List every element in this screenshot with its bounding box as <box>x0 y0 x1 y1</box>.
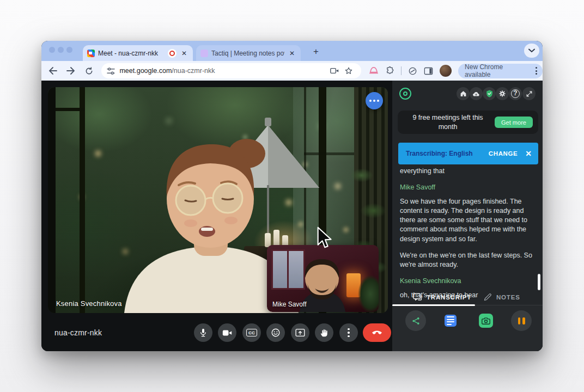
cloud-upload-icon <box>472 91 480 97</box>
raise-hand-icon <box>320 328 328 338</box>
tab-title: Tactiq | Meeting notes powe <box>211 50 284 57</box>
smile-icon <box>271 328 281 338</box>
reload-button[interactable] <box>82 64 96 78</box>
reload-icon <box>85 67 93 75</box>
url-text: meet.google.com/nua-czmr-nkk <box>119 67 327 75</box>
sidebar-action-bar <box>392 306 543 351</box>
privacy-shield-button[interactable] <box>483 87 496 100</box>
new-tab-button[interactable]: + <box>309 45 323 58</box>
home-button[interactable] <box>457 87 470 100</box>
kebab-menu-icon[interactable] <box>533 67 539 75</box>
profile-avatar[interactable] <box>440 65 452 77</box>
microphone-icon <box>199 328 208 338</box>
sidebar-tabs: TRANSCRIPT NOTES <box>392 289 543 305</box>
update-chrome-button[interactable]: New Chrome available <box>458 64 543 78</box>
google-docs-button[interactable] <box>445 315 457 327</box>
extensions-row <box>369 65 452 77</box>
extensions-puzzle-icon[interactable] <box>385 66 394 76</box>
tab-tactiq[interactable]: Tactiq | Meeting notes powe ✕ <box>196 45 301 61</box>
camera-icon <box>330 68 339 74</box>
tactiq-icon <box>200 50 208 57</box>
home-icon <box>460 90 467 97</box>
lens-icon[interactable] <box>408 66 417 76</box>
pause-recording-button[interactable] <box>511 310 532 331</box>
tactiq-extension-icon[interactable] <box>369 66 379 75</box>
present-icon <box>295 328 305 337</box>
sidebar-scrollbar-thumb[interactable] <box>538 274 540 290</box>
transcript-text: We're on the we're on the last few steps… <box>400 251 536 270</box>
transcript-panel[interactable]: everything that Mike Savoff So we have t… <box>400 167 536 307</box>
settings-gear-icon <box>498 90 506 97</box>
videocam-icon <box>222 329 232 336</box>
meet-main-region: Ksenia Svechnikova Mike Savoff <box>41 81 392 351</box>
browser-window: Meet - nua-czmr-nkk ✕ Tactiq | Meeting n… <box>41 41 543 351</box>
tab-title: Meet - nua-czmr-nkk <box>98 50 165 57</box>
quota-card: 9 free meetings left this month Get more <box>398 111 538 134</box>
transcript-speaker: Mike Savoff <box>400 183 536 192</box>
present-screen-button[interactable] <box>291 323 309 342</box>
google-meet-icon <box>87 50 95 57</box>
side-panel-icon[interactable] <box>424 67 433 75</box>
reactions-button[interactable] <box>266 323 285 342</box>
meet-app: Ksenia Svechnikova Mike Savoff <box>41 81 543 351</box>
transcript-chat-icon <box>413 293 422 301</box>
tactiq-sidebar: ? 9 free meetings left this month Get mo… <box>392 81 543 351</box>
tab-notes[interactable]: NOTES <box>484 289 520 305</box>
toolbar-separator <box>401 66 402 75</box>
banner-close-icon[interactable]: ✕ <box>525 149 532 158</box>
bookmark-button[interactable] <box>342 64 356 78</box>
floating-chat-dots-icon[interactable] <box>366 92 383 109</box>
tab-notes-label: NOTES <box>496 294 520 301</box>
mouse-cursor <box>317 226 334 252</box>
forward-button[interactable] <box>64 64 77 78</box>
transcript-text: everything that <box>400 167 536 176</box>
microphone-button[interactable] <box>194 323 212 342</box>
help-button[interactable]: ? <box>509 87 522 100</box>
tab-close-icon[interactable]: ✕ <box>288 50 296 57</box>
recording-indicator-icon <box>168 49 177 58</box>
star-icon <box>344 66 353 75</box>
main-video-tile[interactable]: Ksenia Svechnikova Mike Savoff <box>48 87 388 313</box>
screenshot-camera-icon <box>482 317 490 324</box>
address-bar[interactable]: meet.google.com/nua-czmr-nkk <box>101 63 361 78</box>
url-path: /nua-czmr-nkk <box>172 67 215 75</box>
kebab-menu-icon <box>348 328 350 338</box>
tab-strip: Meet - nua-czmr-nkk ✕ Tactiq | Meeting n… <box>41 41 543 61</box>
tune-icon <box>107 68 115 75</box>
meeting-code-label: nua-czmr-nkk <box>54 328 102 337</box>
cloud-backup-button[interactable] <box>470 87 483 100</box>
camera-permission-button[interactable] <box>327 64 342 78</box>
settings-button[interactable] <box>496 87 509 100</box>
raise-hand-button[interactable] <box>315 323 333 342</box>
back-button[interactable] <box>46 64 59 78</box>
share-button[interactable] <box>405 310 426 331</box>
window-minimize-button[interactable] <box>58 47 64 53</box>
window-zoom-button[interactable] <box>66 47 72 53</box>
more-options-button[interactable] <box>339 323 358 342</box>
transcribing-label: Transcribing: English <box>406 150 489 157</box>
tactiq-logo <box>399 88 411 100</box>
screenshot-button[interactable] <box>479 314 493 328</box>
pip-video-tile[interactable]: Mike Savoff <box>267 245 379 312</box>
change-language-button[interactable]: CHANGE <box>489 150 518 157</box>
captions-button[interactable]: CC <box>242 323 261 342</box>
end-call-icon <box>372 330 382 335</box>
resize-expand-icon <box>526 90 533 97</box>
get-more-button[interactable]: Get more <box>495 117 533 128</box>
back-icon <box>48 67 57 75</box>
window-close-button[interactable] <box>49 47 55 53</box>
tab-close-icon[interactable]: ✕ <box>180 50 188 57</box>
captions-icon: CC <box>246 329 257 336</box>
expand-sidebar-button[interactable] <box>522 87 536 100</box>
transcript-speaker: Ksenia Svechnikova <box>400 277 536 286</box>
quota-text: 9 free meetings left this month <box>405 113 495 131</box>
chevron-down-icon <box>528 48 535 53</box>
participant-name-label: Ksenia Svechnikova <box>56 299 122 308</box>
camera-button[interactable] <box>218 323 236 342</box>
tab-transcript[interactable]: TRANSCRIPT <box>413 289 471 305</box>
transcribing-banner: Transcribing: English CHANGE ✕ <box>398 143 538 164</box>
tab-meet[interactable]: Meet - nua-czmr-nkk ✕ <box>83 45 193 61</box>
tab-search-chevron-button[interactable] <box>524 44 539 58</box>
tab-transcript-label: TRANSCRIPT <box>427 294 471 301</box>
end-call-button[interactable] <box>363 323 391 342</box>
